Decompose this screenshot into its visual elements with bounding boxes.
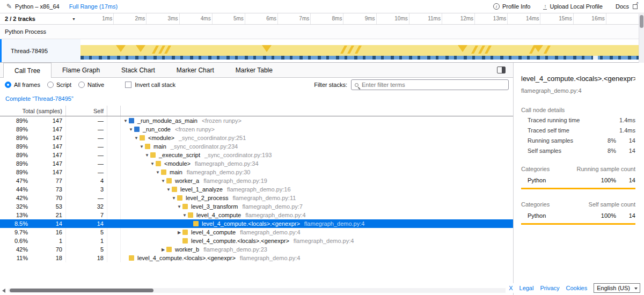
call-tree-row[interactable]: 47%774▼worker_aflamegraph_demo.py:19 <box>0 176 513 185</box>
collapse-icon[interactable]: ▼ <box>171 196 177 201</box>
collapse-icon[interactable]: ▼ <box>160 179 166 183</box>
process-track-label: Python Process <box>5 28 46 35</box>
total-percent: 0.6% <box>0 238 28 244</box>
self-samples-cell: — <box>66 125 107 134</box>
marker-triangle-icon <box>136 45 145 52</box>
collapse-icon[interactable]: ▼ <box>122 119 129 123</box>
tab-marker-table[interactable]: Marker Table <box>225 63 283 77</box>
breadcrumb-complete-thread[interactable]: Complete “Thread-78495” <box>5 95 74 102</box>
self-samples-cell: — <box>66 116 107 125</box>
language-select[interactable]: English (US) <box>594 283 640 293</box>
category-bar-self <box>521 223 635 225</box>
horizontal-scrollbar-track[interactable] <box>8 288 511 293</box>
invert-call-stack-checkbox[interactable] <box>125 82 131 88</box>
function-name: main <box>170 169 182 175</box>
thread-track-label: Thread-78495 <box>11 48 48 54</box>
call-tree-row[interactable]: 44%733▼level_1_analyzeflamegraph_demo.py… <box>0 185 513 194</box>
category-color-square <box>188 212 193 218</box>
ruler-tick: 6ms <box>277 13 278 24</box>
radio-script-label: Script <box>56 82 71 88</box>
call-tree-row[interactable]: 89%147—▼_run_code<frozen runpy> <box>0 125 513 134</box>
footer-link-privacy[interactable]: Privacy <box>540 285 559 291</box>
tracks-dropdown[interactable]: 2 / 2 tracks ▼ <box>0 13 80 24</box>
call-tree-row[interactable]: 9.7%165▶level_4_computeflamegraph_demo.p… <box>0 228 513 237</box>
file-location: flamegraph_demo.py:4 <box>294 238 354 244</box>
vertical-scrollbar-thumb[interactable] <box>640 15 643 28</box>
collapse-icon[interactable]: ▼ <box>155 170 161 175</box>
call-tree-row[interactable]: 11%1818level_4_compute.<locals>.<genexpr… <box>0 254 513 262</box>
total-count: 18 <box>28 255 65 261</box>
column-header-total-samples[interactable]: Total (samples) <box>0 106 66 116</box>
marker-slash-icon <box>485 46 492 54</box>
call-tree-row[interactable]: 32%5332▼level_3_transformflamegraph_demo… <box>0 202 513 211</box>
ruler-tick: 8ms <box>343 13 343 24</box>
collapse-icon[interactable]: ▼ <box>165 187 172 192</box>
thread-track-header[interactable]: Thread-78495 <box>0 39 80 62</box>
call-tree-row[interactable]: 13%217▼level_4_computeflamegraph_demo.py… <box>0 211 513 219</box>
ruler-tick-label: 5ms <box>233 16 244 21</box>
column-header-self[interactable]: Self <box>66 106 107 116</box>
docs-link[interactable]: Docs <box>616 3 638 10</box>
footer-close-button[interactable]: X <box>509 285 513 291</box>
full-range-button[interactable]: Full Range (17ms) <box>69 3 118 10</box>
self-samples-cell: 7 <box>66 211 107 219</box>
call-tree-row[interactable]: 89%147—▼_execute_script_sync_coordinator… <box>0 151 513 159</box>
file-location: flamegraph_demo.py:4 <box>240 229 301 235</box>
tab-call-tree[interactable]: Call Tree <box>3 63 52 78</box>
collapse-icon[interactable]: ▼ <box>133 136 140 141</box>
call-tree-row[interactable]: 42%70—▼level_2_processflamegraph_demo.py… <box>0 194 513 202</box>
call-tree-row[interactable]: 0.6%11level_4_compute.<locals>.<genexpr>… <box>0 237 513 245</box>
call-tree-row[interactable]: 89%147—▼main_sync_coordinator.py:234 <box>0 142 513 151</box>
total-count: 21 <box>28 212 65 218</box>
call-tree-row[interactable]: 89%147—▼mainflamegraph_demo.py:30 <box>0 168 513 176</box>
tab-stack-chart[interactable]: Stack Chart <box>111 63 166 77</box>
category-color-square <box>134 127 140 132</box>
category-color-square <box>166 178 172 183</box>
function-name: main <box>153 143 166 150</box>
self-samples-cell: — <box>66 134 107 142</box>
collapse-icon[interactable]: ▼ <box>176 204 182 209</box>
profile-info-button[interactable]: i Profile Info <box>493 3 531 10</box>
tab-flame-graph[interactable]: Flame Graph <box>52 63 111 77</box>
ruler-tick-label: 7ms <box>299 16 309 21</box>
language-select-value: English (US) <box>597 285 630 291</box>
total-percent: 11% <box>0 255 28 261</box>
radio-native[interactable]: Native <box>78 82 104 88</box>
call-tree-row[interactable]: 89%147—▼<module>_sync_coordinator.py:251 <box>0 134 513 142</box>
expand-icon[interactable]: ▶ <box>176 230 182 235</box>
profile-info-label: Profile Info <box>502 3 531 10</box>
call-tree-row[interactable]: 89%147—▼_run_module_as_main<frozen runpy… <box>0 116 513 125</box>
edit-profile-name-icon[interactable]: ✎ <box>6 3 12 10</box>
call-tree-row[interactable]: 8.5%1414level_4_compute.<locals>.<genexp… <box>0 219 513 228</box>
scroll-left-arrow-icon[interactable] <box>2 289 5 293</box>
thread-activity-graph[interactable] <box>80 39 639 62</box>
timeline-vertical-scrollbar[interactable] <box>639 14 644 63</box>
upload-profile-button[interactable]: ↑ Upload Local Profile <box>543 3 602 10</box>
collapse-icon[interactable]: ▼ <box>181 213 188 218</box>
ruler-tick: 15ms <box>573 13 574 24</box>
filter-input[interactable] <box>362 82 505 88</box>
tab-marker-chart[interactable]: Marker Chart <box>166 63 225 77</box>
collapse-icon[interactable]: ▼ <box>149 161 156 166</box>
footer-link-legal[interactable]: Legal <box>519 285 534 291</box>
footer-link-cookies[interactable]: Cookies <box>566 285 588 291</box>
expand-icon[interactable]: ▶ <box>160 247 166 252</box>
call-tree-row[interactable]: 42%705▶worker_bflamegraph_demo.py:23 <box>0 245 513 254</box>
total-count: 73 <box>28 186 65 193</box>
radio-all-frames[interactable]: All frames <box>5 82 40 88</box>
collapse-icon[interactable]: ▼ <box>128 127 134 132</box>
collapse-icon[interactable]: ▼ <box>144 153 150 158</box>
process-track-header[interactable]: Python Process <box>0 25 644 39</box>
track-samples-strip <box>80 56 639 60</box>
main-panel: Call Tree Flame Graph Stack Chart Marker… <box>0 63 513 295</box>
horizontal-scrollbar[interactable] <box>0 287 513 294</box>
call-tree-row[interactable]: 89%147—▼<module>flamegraph_demo.py:34 <box>0 159 513 168</box>
radio-script[interactable]: Script <box>47 82 71 88</box>
total-samples-cell: 0.6%1 <box>0 237 66 245</box>
ruler-tick: 2ms <box>146 13 147 24</box>
sidebar-toggle-button[interactable] <box>497 67 506 73</box>
horizontal-scrollbar-thumb[interactable] <box>10 289 153 292</box>
collapse-icon[interactable]: ▼ <box>138 144 145 149</box>
ruler-tick: 16ms <box>606 13 606 24</box>
category-color-square <box>172 187 177 192</box>
